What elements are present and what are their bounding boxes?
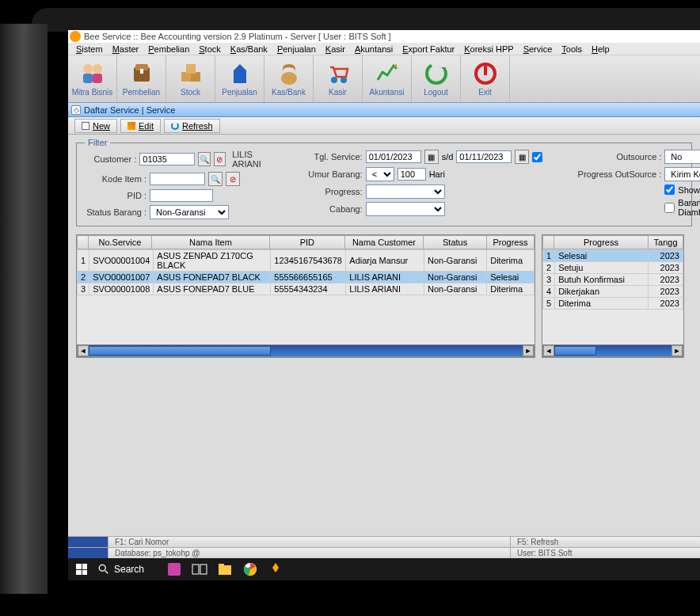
menu-sistem[interactable]: Sistem — [71, 44, 108, 54]
toolbar-stock[interactable]: Stock — [166, 55, 215, 102]
refresh-button[interactable]: Refresh — [164, 119, 220, 133]
windows-taskbar: Search — [68, 558, 700, 580]
svg-rect-20 — [192, 565, 199, 574]
status-barang-select[interactable]: Non-Garansi — [150, 205, 229, 219]
table2-scrollbar[interactable]: ◄ ► — [542, 344, 683, 357]
svg-point-17 — [99, 565, 105, 571]
customer-clear-icon[interactable]: ⊘ — [214, 152, 226, 166]
umur-val-input[interactable] — [398, 168, 426, 181]
window-title: Bee Service :: Bee Accounting version 2.… — [84, 32, 391, 41]
table-row[interactable]: 5Diterima2023 — [543, 298, 683, 310]
menu-master[interactable]: Master — [108, 44, 144, 54]
item-lookup-icon[interactable]: 🔍 — [208, 172, 223, 186]
scroll-thumb[interactable] — [554, 346, 596, 356]
umur-op-select[interactable]: < — [366, 167, 394, 181]
menu-akuntansi[interactable]: Akuntansi — [350, 44, 398, 54]
menu-kasbank[interactable]: Kas/Bank — [226, 44, 272, 54]
cabang-select[interactable] — [366, 202, 445, 216]
customer-code-input[interactable] — [139, 153, 195, 165]
chrome-icon[interactable] — [242, 561, 258, 577]
tab-close-icon[interactable]: ◇ — [71, 105, 81, 115]
windows-icon — [76, 564, 87, 575]
cabang-label: Cabang: — [307, 204, 363, 214]
col-header[interactable]: Nama Item — [151, 236, 269, 249]
toolbar-kasir[interactable]: Kasir — [314, 55, 363, 102]
progress-select[interactable] — [366, 184, 445, 199]
col-header[interactable]: Progress — [486, 236, 534, 249]
customer-lookup-icon[interactable]: 🔍 — [198, 152, 210, 166]
menu-tools[interactable]: Tools — [557, 44, 587, 54]
menu-service[interactable]: Service — [519, 44, 557, 54]
edit-button[interactable]: Edit — [120, 119, 161, 133]
toolbar-icon — [276, 61, 302, 86]
menu-penjualan[interactable]: Penjualan — [272, 44, 321, 54]
document-tab[interactable]: ◇ Daftar Service | Service — [68, 103, 700, 117]
toolbar-kasbank[interactable]: Kas/Bank — [264, 55, 314, 102]
barang-diambil-checkbox[interactable] — [664, 203, 675, 213]
hint-bar: F1: Cari Nomor F5: Refresh — [68, 536, 700, 547]
menu-exportfaktur[interactable]: Export Faktur — [398, 44, 459, 54]
table1-scrollbar[interactable]: ◄ ► — [77, 344, 535, 357]
progress-outsource-select[interactable]: Kirim Konfirmasi — [664, 167, 700, 181]
table-row[interactable]: 3SVO00001008ASUS FONEPAD7 BLUE5555434323… — [78, 283, 535, 295]
table-row[interactable]: 3Butuh Konfirmasi2023 — [543, 274, 683, 286]
toolbar-akuntansi[interactable]: Akuntansi — [363, 55, 412, 102]
svg-rect-6 — [140, 69, 143, 74]
col-header[interactable]: Progress — [554, 236, 648, 249]
toolbar-logout[interactable]: Logout — [412, 55, 461, 102]
menu-stock[interactable]: Stock — [194, 44, 226, 54]
taskbar-search[interactable]: Search — [93, 560, 149, 579]
tgl-from-input[interactable] — [366, 150, 421, 163]
show-progress-checkbox[interactable] — [664, 184, 675, 195]
toolbar-icon — [473, 61, 498, 86]
umur-unit: Hari — [429, 169, 445, 179]
outsource-select[interactable]: No — [664, 150, 700, 164]
start-button[interactable] — [71, 560, 92, 579]
tgl-to-input[interactable] — [456, 150, 512, 163]
item-clear-icon[interactable]: ⊘ — [226, 172, 240, 186]
menu-kasir[interactable]: Kasir — [321, 44, 350, 54]
scroll-thumb[interactable] — [89, 346, 271, 356]
customer-label: Customer : — [83, 154, 136, 164]
calendar-from-icon[interactable]: ▦ — [424, 150, 439, 164]
action-bar: New Edit Refresh — [68, 117, 700, 135]
table-row[interactable]: 2SVO00001007ASUS FONEPAD7 BLACK555566655… — [78, 272, 535, 283]
toolbar-exit[interactable]: Exit — [461, 55, 510, 102]
col-header[interactable]: No.Service — [88, 236, 151, 249]
scroll-right-icon[interactable]: ► — [671, 345, 683, 356]
col-header[interactable]: Nama Customer — [344, 236, 424, 249]
table-row[interactable]: 2Setuju2023 — [543, 262, 683, 274]
toolbar-icon — [80, 61, 105, 86]
scroll-right-icon[interactable]: ► — [523, 345, 534, 356]
task-view-icon[interactable] — [192, 561, 207, 577]
svg-rect-3 — [93, 74, 102, 83]
table-row[interactable]: 4Dikerjakan2023 — [543, 286, 683, 298]
svg-point-0 — [83, 64, 93, 74]
col-header[interactable]: Tangg — [649, 236, 683, 249]
col-header[interactable]: Status — [424, 236, 487, 249]
toolbar-penjualan[interactable]: Penjualan — [215, 55, 264, 102]
pid-input[interactable] — [150, 189, 213, 202]
toolbar-icon — [325, 61, 351, 86]
explorer-icon[interactable] — [217, 561, 233, 577]
calendar-to-icon[interactable]: ▦ — [515, 150, 529, 164]
kode-item-input[interactable] — [150, 173, 205, 185]
date-enable-checkbox[interactable] — [532, 152, 542, 162]
app-icon-1[interactable] — [166, 561, 182, 577]
database-status: Database: ps_tokohp @ — [108, 548, 510, 558]
col-header[interactable]: PID — [270, 236, 345, 249]
scroll-left-icon[interactable]: ◄ — [543, 345, 554, 356]
menu-help[interactable]: Help — [587, 44, 614, 54]
new-button[interactable]: New — [74, 119, 117, 133]
menu-pembelian[interactable]: Pembelian — [143, 44, 194, 54]
menu-koreksihpp[interactable]: Koreksi HPP — [459, 44, 518, 54]
table-row[interactable]: 1Selesai2023 — [543, 250, 683, 262]
umur-label: Umur Barang: — [307, 169, 363, 179]
table-row[interactable]: 1SVO00001004ASUS ZENPAD Z170CG BLACK1234… — [78, 250, 535, 272]
app-icon — [70, 31, 81, 42]
app-icon-2[interactable] — [268, 561, 283, 577]
toolbar-mitrabisnis[interactable]: Mitra Bisnis — [68, 55, 117, 102]
scroll-left-icon[interactable]: ◄ — [78, 345, 89, 356]
toolbar-pembelian[interactable]: Pembelian — [117, 55, 166, 102]
search-icon — [98, 564, 109, 575]
